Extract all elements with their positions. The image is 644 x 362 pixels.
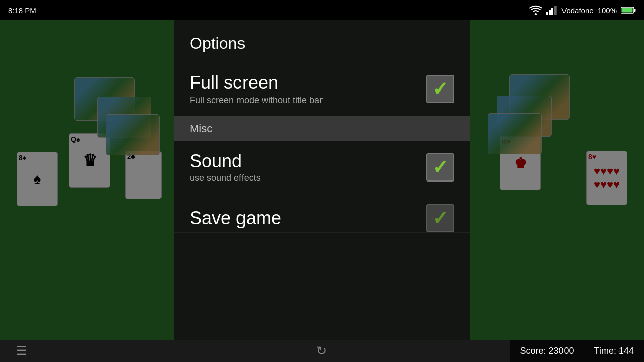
sound-checkbox[interactable] xyxy=(426,153,454,182)
svg-rect-3 xyxy=(551,8,553,15)
battery-percent: 100% xyxy=(598,6,617,15)
time-display: 8:18 PM xyxy=(8,6,36,15)
savegame-label: Save game xyxy=(190,208,426,228)
fullscreen-label: Full screen xyxy=(190,73,426,93)
score-value: 23000 xyxy=(549,346,574,356)
status-right: Vodafone 100% xyxy=(529,5,636,15)
time-label: Time: xyxy=(594,346,616,356)
status-bar: 8:18 PM Vodafone 100% xyxy=(0,0,644,20)
wifi-icon xyxy=(529,5,542,15)
sound-option[interactable]: Sound use sound effects xyxy=(174,141,470,195)
score-label: Score: xyxy=(520,346,546,356)
time-text: Time: 144 xyxy=(594,346,634,356)
sound-text: Sound use sound effects xyxy=(190,151,426,184)
time-value: 144 xyxy=(619,346,634,356)
savegame-checkbox[interactable] xyxy=(426,204,454,232)
menu-icon[interactable]: ☰ xyxy=(12,340,31,362)
sound-label: Sound xyxy=(190,151,426,171)
dialog-title: Options xyxy=(174,20,470,63)
bottom-nav: ☰ ↻ ← Score: 23000 Time: 144 xyxy=(0,340,644,362)
options-dialog: Options Full screen Full screen mode wit… xyxy=(174,20,470,340)
signal-icon xyxy=(546,6,557,15)
savegame-option[interactable]: Save game xyxy=(174,194,470,233)
score-time-display: Score: 23000 Time: 144 xyxy=(510,340,644,362)
svg-rect-2 xyxy=(549,10,551,15)
battery-icon xyxy=(621,7,636,14)
svg-rect-1 xyxy=(546,12,548,15)
sound-desc: use sound effects xyxy=(190,173,426,184)
misc-section-header: Misc xyxy=(174,116,470,141)
score-text: Score: 23000 xyxy=(520,346,574,356)
fullscreen-desc: Full screen mode without title bar xyxy=(190,95,426,106)
fullscreen-option[interactable]: Full screen Full screen mode without tit… xyxy=(174,63,470,116)
svg-rect-5 xyxy=(556,6,557,15)
fullscreen-checkbox[interactable] xyxy=(426,75,454,103)
svg-rect-8 xyxy=(622,8,633,13)
svg-rect-4 xyxy=(554,6,556,15)
svg-rect-7 xyxy=(634,9,636,12)
carrier-name: Vodafone xyxy=(561,6,593,15)
fullscreen-text: Full screen Full screen mode without tit… xyxy=(190,73,426,106)
savegame-text: Save game xyxy=(190,208,426,228)
svg-point-0 xyxy=(535,13,537,15)
refresh-icon[interactable]: ↻ xyxy=(312,340,331,362)
